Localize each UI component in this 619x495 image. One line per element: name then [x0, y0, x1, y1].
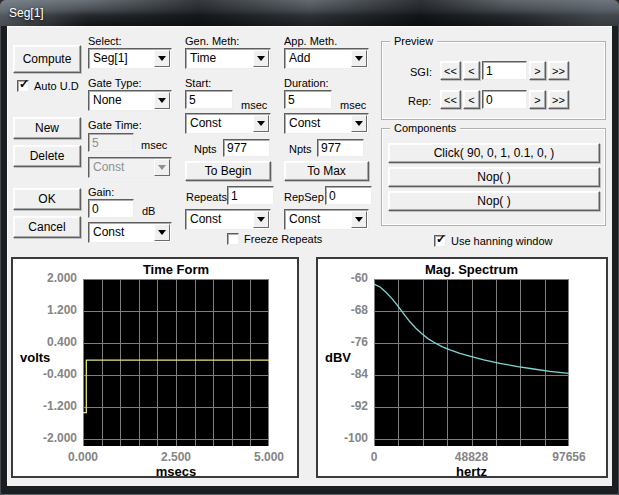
chevron-down-icon[interactable] — [154, 92, 170, 109]
gain-input[interactable] — [88, 199, 134, 218]
title-bar[interactable]: Seg[1] — [0, 0, 619, 26]
use-hanning-checkbox-box[interactable] — [434, 235, 446, 247]
repeats-input[interactable] — [227, 186, 274, 205]
start-npts-label: Npts — [194, 143, 217, 155]
auto-ud-checkbox[interactable]: Auto U.D — [17, 80, 79, 92]
rep-input[interactable] — [482, 90, 527, 109]
x-tick-label: 5.000 — [234, 450, 304, 464]
gen-meth-combobox[interactable]: Time — [185, 48, 271, 69]
to-max-button[interactable]: To Max — [284, 161, 369, 181]
auto-ud-checkbox-box[interactable] — [17, 80, 29, 92]
chart-title: Time Form — [83, 262, 269, 277]
ok-button[interactable]: OK — [13, 188, 81, 210]
y-tick-label: -68 — [318, 303, 368, 317]
components-group-title: Components — [390, 122, 460, 134]
app-meth-combobox[interactable]: Add — [284, 48, 369, 69]
repsep-input[interactable] — [325, 186, 372, 205]
duration-input[interactable] — [284, 90, 332, 109]
y-tick-label: 1.200 — [13, 303, 77, 317]
y-tick-label: -100 — [318, 431, 368, 445]
chevron-down-icon[interactable] — [351, 115, 367, 132]
component-button-nop-2[interactable]: Nop( ) — [388, 191, 600, 211]
sgi-input[interactable] — [482, 61, 527, 80]
auto-ud-checkbox-label: Auto U.D — [34, 80, 79, 92]
new-button[interactable]: New — [13, 117, 81, 139]
select-combobox-value: Seg[1] — [93, 51, 128, 65]
x-axis-label: msecs — [83, 464, 269, 479]
chevron-down-icon[interactable] — [154, 50, 170, 67]
duration-npts-label: Npts — [289, 143, 312, 155]
rep-next-button[interactable]: > — [529, 90, 546, 109]
gen-meth-value: Time — [190, 51, 216, 65]
start-method-combobox[interactable]: Const — [185, 113, 271, 134]
x-tick-label: 48828 — [437, 450, 507, 464]
rep-first-button[interactable]: << — [440, 90, 461, 109]
chevron-down-icon[interactable] — [253, 115, 269, 132]
sgi-last-button[interactable]: >> — [548, 61, 569, 80]
sgi-prev-button[interactable]: < — [463, 61, 480, 80]
chart-title: Mag. Spectrum — [374, 262, 569, 277]
gain-label: Gain: — [88, 186, 114, 198]
y-tick-label: -84 — [318, 367, 368, 381]
y-tick-label: -2.000 — [13, 431, 77, 445]
chevron-down-icon[interactable] — [154, 224, 170, 241]
y-tick-label: -60 — [318, 271, 368, 285]
chevron-down-icon[interactable] — [253, 211, 269, 228]
rep-prev-button[interactable]: < — [463, 90, 480, 109]
use-hanning-checkbox[interactable]: Use hanning window — [434, 235, 553, 247]
preview-group: Preview SGI: << < > >> Rep: << < > >> — [381, 41, 606, 120]
gate-time-method-combobox[interactable]: Const — [88, 157, 172, 178]
sgi-label: SGI: — [410, 66, 432, 78]
gate-time-unit-label: msec — [141, 139, 167, 151]
y-tick-label: -1.200 — [13, 399, 77, 413]
chevron-down-icon[interactable] — [253, 50, 269, 67]
app-meth-value: Add — [289, 51, 310, 65]
components-group: Components Click( 90, 0, 1, 0.1, 0, ) No… — [381, 128, 606, 226]
x-tick-label: 97656 — [534, 450, 604, 464]
to-begin-button[interactable]: To Begin — [185, 161, 271, 181]
mag-spectrum-chart-panel: Mag. SpectrumdBV-60-68-76-84-92-10004882… — [316, 257, 608, 478]
component-button-click[interactable]: Click( 90, 0, 1, 0.1, 0, ) — [388, 143, 600, 163]
cancel-button[interactable]: Cancel — [13, 216, 81, 238]
y-tick-label: 2.000 — [13, 271, 77, 285]
repsep-method-combobox[interactable]: Const — [284, 209, 369, 230]
compute-button[interactable]: Compute — [13, 45, 81, 73]
chevron-down-icon[interactable] — [351, 50, 367, 67]
gate-type-combobox[interactable]: None — [88, 90, 172, 111]
y-tick-label: 0.400 — [13, 335, 77, 349]
freeze-repeats-checkbox[interactable]: Freeze Repeats — [227, 233, 322, 245]
rep-label: Rep: — [408, 95, 431, 107]
gate-time-method-value: Const — [93, 160, 124, 174]
gate-type-combobox-value: None — [93, 93, 122, 107]
start-npts-input[interactable] — [223, 139, 270, 157]
gain-method-combobox[interactable]: Const — [88, 222, 172, 243]
chevron-down-icon[interactable] — [351, 211, 367, 228]
x-axis-label: hertz — [374, 464, 569, 479]
gen-meth-label: Gen. Meth: — [185, 35, 239, 47]
y-axis-label: dBV — [325, 350, 351, 365]
repeats-method-combobox[interactable]: Const — [185, 209, 271, 230]
duration-unit-label: msec — [340, 99, 366, 111]
repsep-label: RepSep — [284, 191, 324, 203]
y-tick-label: -92 — [318, 399, 368, 413]
freeze-repeats-checkbox-box[interactable] — [227, 233, 239, 245]
delete-button[interactable]: Delete — [13, 145, 81, 167]
gate-time-input[interactable] — [88, 133, 134, 152]
duration-method-value: Const — [289, 116, 320, 130]
rep-last-button[interactable]: >> — [548, 90, 569, 109]
app-meth-label: App. Meth. — [284, 35, 337, 47]
component-button-nop-1[interactable]: Nop( ) — [388, 167, 600, 187]
start-input[interactable] — [185, 90, 233, 109]
time-form-chart-panel: Time Formvolts2.0001.2000.400-0.400-1.20… — [11, 257, 299, 478]
duration-npts-input[interactable] — [317, 139, 364, 157]
duration-method-combobox[interactable]: Const — [284, 113, 369, 134]
select-combobox[interactable]: Seg[1] — [88, 48, 172, 69]
chevron-down-icon[interactable] — [154, 159, 170, 176]
sgi-first-button[interactable]: << — [440, 61, 461, 80]
dialog-window: Seg[1] Compute Auto U.D New Delete OK Ca… — [0, 0, 619, 495]
chart-canvas — [374, 279, 569, 446]
sgi-next-button[interactable]: > — [529, 61, 546, 80]
chart-canvas — [83, 279, 269, 446]
gate-type-label: Gate Type: — [88, 77, 142, 89]
y-tick-label: -76 — [318, 335, 368, 349]
